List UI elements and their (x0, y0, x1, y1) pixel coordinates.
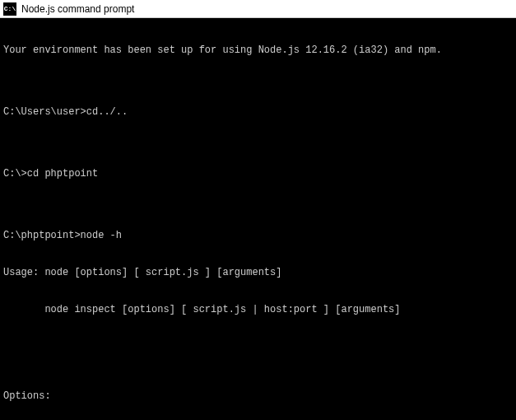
app-icon: C:\ (3, 2, 16, 16)
terminal-line: Your environment has been set up for usi… (3, 44, 513, 57)
window-title: Node.js command prompt (21, 3, 134, 15)
terminal-line: C:\>cd phptpoint (3, 168, 513, 180)
terminal-line: Usage: node [options] [ script.js ] [arg… (3, 267, 513, 279)
terminal-line: C:\phptpoint>node -h (3, 230, 513, 242)
terminal-line: C:\Users\user>cd../.. (3, 106, 513, 119)
terminal-output[interactable]: Your environment has been set up for usi… (0, 18, 516, 420)
terminal-line: node inspect [options] [ script.js | hos… (3, 304, 513, 316)
window-titlebar: C:\ Node.js command prompt (0, 0, 516, 18)
terminal-line: Options: (3, 390, 513, 403)
